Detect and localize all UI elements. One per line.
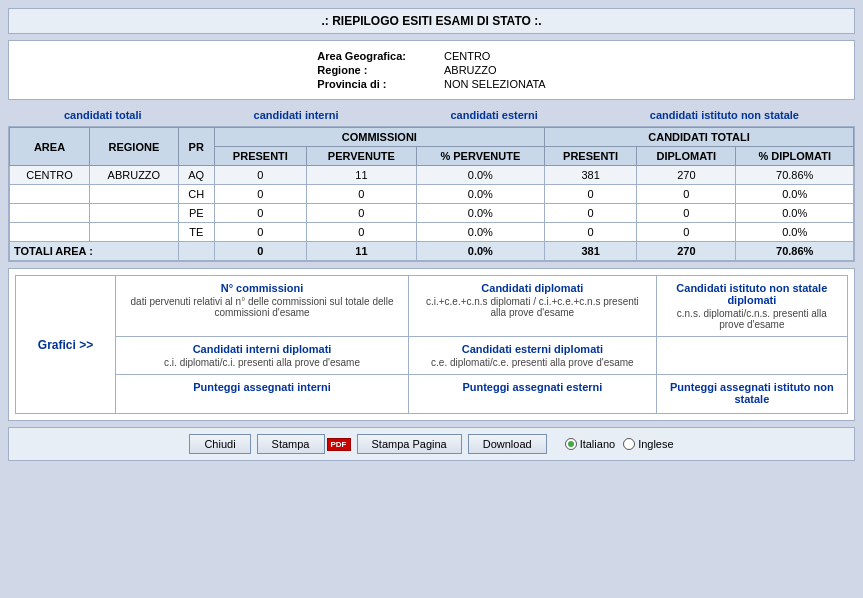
regione-label: Regione :: [313, 63, 410, 77]
toolbar: Chiudi Stampa PDF Stampa Pagina Download…: [8, 427, 855, 461]
data-table: AREA REGIONE PR COMMISSIONI CANDIDATI TO…: [9, 127, 854, 261]
group-n-commissioni-title: N° commissioni: [124, 282, 400, 294]
cell-area: [10, 185, 90, 204]
cell-perv: 0: [307, 223, 417, 242]
radio-inglese-dot: [623, 438, 635, 450]
cell-pr: CH: [178, 185, 214, 204]
groups-section: Grafici >> N° commissioni dati pervenuti…: [8, 268, 855, 421]
radio-inglese[interactable]: Inglese: [623, 438, 673, 450]
group-candidati-interni-title: Candidati interni diplomati: [124, 343, 400, 355]
regione-value: ABRUZZO: [440, 63, 550, 77]
legend-candidati-interni: candidati interni: [254, 109, 339, 121]
cell-pr: PE: [178, 204, 214, 223]
cell-perc-perv: 0.0%: [416, 166, 544, 185]
cell-regione: [89, 204, 178, 223]
stampa-button[interactable]: Stampa: [257, 434, 325, 454]
group-empty: [656, 337, 847, 375]
legend-section: candidati totali candidati interni candi…: [8, 106, 855, 124]
totals-perv: 11: [307, 242, 417, 261]
stampa-pagina-button[interactable]: Stampa Pagina: [357, 434, 462, 454]
cell-dipl: 0: [637, 223, 736, 242]
radio-italiano-dot: [565, 438, 577, 450]
cell-perv: 0: [307, 204, 417, 223]
table-row: CENTRO ABRUZZO AQ 0 11 0.0% 381 270 70.8…: [10, 166, 854, 185]
legend-candidati-esterni: candidati esterni: [450, 109, 537, 121]
totals-perc-dipl: 70.86%: [736, 242, 854, 261]
cell-dipl: 0: [637, 185, 736, 204]
group-n-commissioni[interactable]: N° commissioni dati pervenuti relativi a…: [116, 276, 409, 337]
cell-perc-dipl: 0.0%: [736, 204, 854, 223]
cell-pres2: 0: [544, 185, 636, 204]
provincia-label: Provincia di :: [313, 77, 410, 91]
totals-pres1: 0: [214, 242, 306, 261]
provincia-value: NON SELEZIONATA: [440, 77, 550, 91]
group-punteggi-istituto-title: Punteggi assegnati istituto non statale: [665, 381, 839, 405]
data-table-container: AREA REGIONE PR COMMISSIONI CANDIDATI TO…: [8, 126, 855, 262]
cell-dipl: 0: [637, 204, 736, 223]
language-radio-group: Italiano Inglese: [565, 438, 674, 450]
th-presenti2: PRESENTI: [544, 147, 636, 166]
group-candidati-esterni[interactable]: Candidati esterni diplomati c.e. diploma…: [409, 337, 657, 375]
cell-perc-perv: 0.0%: [416, 204, 544, 223]
group-punteggi-interni[interactable]: Punteggi assegnati interni: [116, 375, 409, 414]
group-punteggi-esterni-title: Punteggi assegnati esterni: [417, 381, 648, 393]
cell-perc-perv: 0.0%: [416, 185, 544, 204]
group-candidati-istituto-ns-title: Candidati istituto non statale diplomati: [665, 282, 839, 306]
cell-perv: 0: [307, 185, 417, 204]
cell-pres1: 0: [214, 166, 306, 185]
cell-regione: ABRUZZO: [89, 166, 178, 185]
cell-pr: TE: [178, 223, 214, 242]
group-candidati-diplomati[interactable]: Candidati diplomati c.i.+c.e.+c.n.s dipl…: [409, 276, 657, 337]
group-n-commissioni-desc: dati pervenuti relativi al n° delle comm…: [124, 296, 400, 318]
totals-perc-perv: 0.0%: [416, 242, 544, 261]
group-punteggi-interni-title: Punteggi assegnati interni: [124, 381, 400, 393]
th-perc-diplomati: % DIPLOMATI: [736, 147, 854, 166]
group-candidati-esterni-title: Candidati esterni diplomati: [417, 343, 648, 355]
th-presenti1: PRESENTI: [214, 147, 306, 166]
th-perc-pervenute: % PERVENUTE: [416, 147, 544, 166]
totals-dipl: 270: [637, 242, 736, 261]
group-candidati-interni[interactable]: Candidati interni diplomati c.i. diploma…: [116, 337, 409, 375]
cell-pres1: 0: [214, 223, 306, 242]
cell-pres1: 0: [214, 204, 306, 223]
cell-pres2: 381: [544, 166, 636, 185]
legend-candidati-istituto: candidati istituto non statale: [650, 109, 799, 121]
cell-pres2: 0: [544, 204, 636, 223]
group-candidati-diplomati-title: Candidati diplomati: [417, 282, 648, 294]
info-section: Area Geografica: CENTRO Regione : ABRUZZ…: [8, 40, 855, 100]
stampa-container: Stampa PDF: [257, 434, 351, 454]
cell-perv: 11: [307, 166, 417, 185]
download-button[interactable]: Download: [468, 434, 547, 454]
grafici-label[interactable]: Grafici >>: [16, 276, 116, 414]
cell-perc-perv: 0.0%: [416, 223, 544, 242]
group-candidati-istituto-ns[interactable]: Candidati istituto non statale diplomati…: [656, 276, 847, 337]
cell-pres1: 0: [214, 185, 306, 204]
cell-pres2: 0: [544, 223, 636, 242]
group-punteggi-esterni[interactable]: Punteggi assegnati esterni: [409, 375, 657, 414]
area-value: CENTRO: [440, 49, 550, 63]
group-candidati-diplomati-desc: c.i.+c.e.+c.n.s diplomati / c.i.+c.e.+c.…: [417, 296, 648, 318]
th-commissioni: COMMISSIONI: [214, 128, 544, 147]
cell-perc-dipl: 0.0%: [736, 185, 854, 204]
group-punteggi-istituto[interactable]: Punteggi assegnati istituto non statale: [656, 375, 847, 414]
radio-italiano-label: Italiano: [580, 438, 615, 450]
cell-perc-dipl: 70.86%: [736, 166, 854, 185]
table-row: PE 0 0 0.0% 0 0 0.0%: [10, 204, 854, 223]
totals-empty-pr: [178, 242, 214, 261]
group-candidati-istituto-ns-desc: c.n.s. diplomati/c.n.s. presenti alla pr…: [665, 308, 839, 330]
cell-dipl: 270: [637, 166, 736, 185]
cell-regione: [89, 185, 178, 204]
cell-area: [10, 204, 90, 223]
cell-perc-dipl: 0.0%: [736, 223, 854, 242]
group-candidati-esterni-desc: c.e. diplomati/c.e. presenti alla prove …: [417, 357, 648, 368]
table-row: TE 0 0 0.0% 0 0 0.0%: [10, 223, 854, 242]
chiudi-button[interactable]: Chiudi: [189, 434, 250, 454]
pdf-icon: PDF: [327, 438, 351, 451]
legend-candidati-totali: candidati totali: [64, 109, 142, 121]
th-regione: REGIONE: [89, 128, 178, 166]
cell-area: CENTRO: [10, 166, 90, 185]
th-area: AREA: [10, 128, 90, 166]
area-label: Area Geografica:: [313, 49, 410, 63]
radio-italiano[interactable]: Italiano: [565, 438, 615, 450]
totals-row: TOTALI AREA : 0 11 0.0% 381 270 70.86%: [10, 242, 854, 261]
